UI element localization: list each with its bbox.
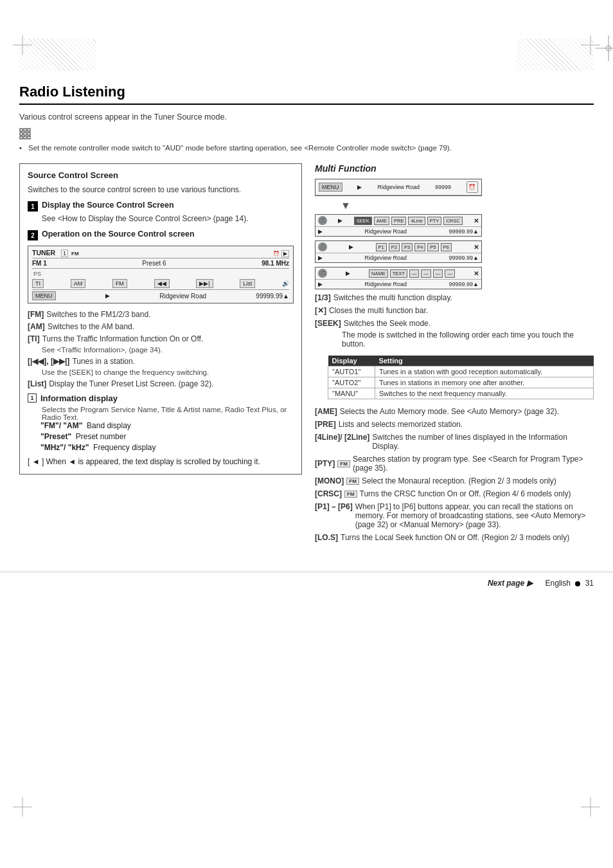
arrow-down-indicator: ▼: [341, 200, 594, 212]
tuner-label: TUNER 1 FM: [32, 249, 79, 257]
left-column: Source Control Screen Switches to the so…: [19, 163, 302, 484]
seek-buttons: SEEK AME PRE 4Line PTY CRSC: [354, 217, 463, 225]
svg-rect-8: [24, 129, 26, 131]
rf-ame: [AME] Selects the Auto Memory mode. See …: [315, 407, 594, 416]
page-number: 31: [585, 579, 594, 588]
text-close-btn[interactable]: ✕: [474, 270, 479, 277]
preset-screen-top: 🎵 ▶ P1 P2 P3 P4 P5 P6 ✕: [315, 241, 481, 253]
dash1-btn: —: [409, 269, 420, 278]
rf-close: [✕] Closes the multi function bar.: [315, 306, 594, 315]
tuner-volume-icon: 🔊: [282, 280, 289, 287]
main-screen-freq: 99999: [435, 184, 451, 190]
tuner-btn-list[interactable]: List: [240, 279, 255, 288]
seek-screen-freq: 99999.99▲: [449, 228, 479, 235]
feature-list: [FM] Switches to the FM1/2/3 band. [AM] …: [28, 310, 294, 388]
p5-btn[interactable]: P5: [427, 243, 438, 251]
tuner-btn-ti[interactable]: TI: [32, 279, 44, 288]
feature-fm: [FM] Switches to the FM1/2/3 band.: [28, 310, 294, 319]
step-2-title: Operation on the Source Control screen: [42, 230, 195, 239]
page-subtitle: Various control screens appear in the Tu…: [19, 113, 594, 122]
tuner-menu-btn[interactable]: MENU: [32, 291, 56, 300]
right-column: Multi Function MENU ▶ Ridgeview Road 999…: [315, 163, 594, 546]
feature-list-btn: [List] Display the Tuner Preset List Scr…: [28, 379, 294, 388]
note-text: Set the remote controller mode switch to…: [19, 144, 594, 152]
pre-btn[interactable]: PRE: [391, 217, 406, 225]
seek-icon: 🎵: [318, 216, 327, 225]
seek-row-auto1: "AUTO1" Tunes in a station with good rec…: [328, 366, 594, 377]
right-features-list: [1/3] Switches the multi function displa…: [315, 293, 594, 542]
tuner-top-row: TUNER 1 FM ⏰ ▶: [32, 249, 289, 257]
tuner-preset: Preset 6: [142, 260, 166, 267]
info-display-header: 1 Information display: [28, 393, 294, 403]
info-display-title: Information display: [40, 393, 118, 403]
scroll-note: [ ◄ ] When ◄ is appeared, the text displ…: [28, 457, 294, 466]
tuner-fm-label: FM 1: [32, 260, 47, 267]
preset-screen-station: Ridgeview Road: [365, 255, 407, 261]
info-display-preset: "Preset" Preset number: [40, 432, 294, 441]
diagonal-lines-right: [517, 39, 594, 71]
main-screen-clock-icon: ⏰: [466, 181, 478, 193]
top-decoration: [0, 0, 613, 84]
main-screen-menu[interactable]: MENU: [319, 183, 342, 192]
p3-btn[interactable]: P3: [402, 243, 413, 251]
feature-seek-buttons: [|◀◀], [▶▶|] Tunes in a station. Use the…: [28, 357, 294, 376]
seek-arrow: ▶: [338, 217, 342, 224]
step-1-number: 1: [28, 201, 38, 212]
seek-btn[interactable]: SEEK: [354, 217, 372, 225]
svg-rect-10: [20, 132, 22, 135]
preset-arrow: ▶: [349, 244, 353, 250]
preset-screen-arrow2: ▶: [318, 255, 323, 261]
info-display-desc1: Selects the Program Service Name, Title …: [42, 406, 294, 421]
two-col-layout: Source Control Screen Switches to the so…: [19, 163, 594, 546]
tuner-btn-fm[interactable]: FM: [112, 279, 127, 288]
ti-note: See <Traffic Information>, (page 34).: [42, 346, 294, 354]
ame-btn[interactable]: AME: [374, 217, 389, 225]
step-2: 2 Operation on the Source Control screen…: [28, 230, 294, 303]
step-2-header: 2 Operation on the Source Control screen: [28, 230, 294, 240]
seek-auto1-display: "AUTO1": [328, 366, 375, 377]
step-2-number: 2: [28, 230, 38, 240]
rf-4line: [4Line]/ [2Line] Switches the number of …: [315, 433, 594, 451]
seek-table: Display Setting "AUTO1" Tunes in a stati…: [328, 356, 594, 399]
grid-svg-icon: [19, 128, 31, 140]
tuner-btn-next[interactable]: ▶▶|: [196, 279, 213, 288]
seek-close-btn[interactable]: ✕: [474, 217, 479, 224]
crsc-btn[interactable]: CRSC: [443, 217, 462, 225]
name-btn[interactable]: NAME: [369, 269, 388, 278]
pty-btn[interactable]: PTY: [427, 217, 442, 225]
text-btn[interactable]: TEXT: [390, 269, 407, 278]
tuner-freq2: 99999.99▲: [256, 293, 289, 300]
svg-rect-14: [24, 136, 26, 139]
p1-btn[interactable]: P1: [376, 243, 387, 251]
tuner-btn-am[interactable]: AM: [71, 279, 86, 288]
diagonal-lines-left: [19, 39, 96, 71]
p4-btn[interactable]: P4: [414, 243, 425, 251]
page-title: Radio Listening: [19, 84, 594, 105]
p2-btn[interactable]: P2: [389, 243, 400, 251]
seek-detail: The mode is switched in the following or…: [342, 330, 594, 348]
seek-manu-display: "MANU": [328, 388, 375, 399]
text-screen-top: 🎵 ▶ NAME TEXT — — — — ✕: [315, 267, 481, 280]
text-arrow: ▶: [346, 270, 350, 276]
seek-screen-top: 🎵 ▶ SEEK AME PRE 4Line PTY CRSC: [315, 215, 481, 227]
grid-icon: [19, 128, 594, 141]
4line-btn[interactable]: 4Line: [408, 217, 425, 225]
crsc-fm-badge: FM: [344, 491, 357, 498]
multi-function-section: Multi Function MENU ▶ Ridgeview Road 999…: [315, 163, 594, 542]
main-screen-mock: MENU ▶ Ridgeview Road 99999 ⏰: [315, 179, 482, 196]
preset-screen-row: 🎵 ▶ P1 P2 P3 P4 P5 P6 ✕: [315, 240, 594, 263]
text-screen-mock: 🎵 ▶ NAME TEXT — — — — ✕: [315, 267, 482, 289]
svg-rect-13: [20, 136, 22, 139]
info-display-item: 1 Information display Selects the Progra…: [28, 393, 294, 452]
preset-close-btn[interactable]: ✕: [474, 244, 479, 251]
main-screen-header: MENU ▶ Ridgeview Road 99999 ⏰: [315, 179, 481, 195]
tuner-btn-prev[interactable]: ◀◀: [154, 279, 170, 288]
preset-icon: 🎵: [318, 242, 327, 251]
seek-row-manu: "MANU" Switches to the next frequency ma…: [328, 388, 594, 399]
p6-btn[interactable]: P6: [441, 243, 452, 251]
preset-buttons: P1 P2 P3 P4 P5 P6: [376, 243, 452, 251]
seek-auto1-setting: Tunes in a station with good reception a…: [375, 366, 593, 377]
dash4-btn: —: [445, 269, 455, 278]
info-display-band: "FM"/ "AM" Band display: [40, 421, 294, 430]
preset-screen-mock: 🎵 ▶ P1 P2 P3 P4 P5 P6 ✕: [315, 240, 482, 263]
